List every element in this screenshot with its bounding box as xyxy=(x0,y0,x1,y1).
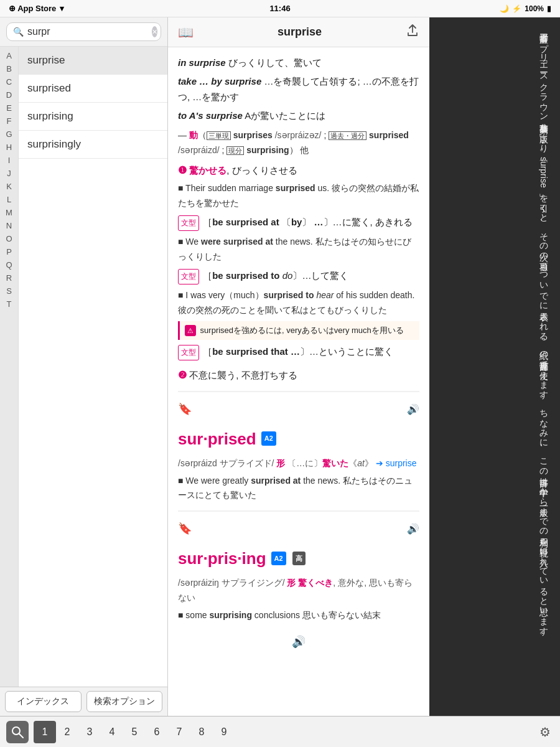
status-bar: ⊕ App Store ▾ 11:46 🌙 ⚡ 100% ▮ xyxy=(0,0,560,17)
audio-surprised[interactable]: 🔊 xyxy=(407,401,419,418)
divider-1 xyxy=(178,391,419,392)
verb-line: — 動（三単現 surprises /sərpráizəz/ ; 過去・過分 s… xyxy=(178,128,419,158)
status-time: 11:46 xyxy=(269,4,290,13)
tab-9[interactable]: 9 xyxy=(213,721,235,743)
surprised-pron-text: /sərpráizd サプライズド/ xyxy=(178,458,274,468)
tab-bar: 1 2 3 4 5 6 7 8 9 ⚙ xyxy=(0,716,560,747)
tab-4[interactable]: 4 xyxy=(101,721,123,743)
pattern-box-1: 文型 xyxy=(178,215,199,230)
wifi-icon: ▾ xyxy=(60,4,64,13)
phrase-to-as-surprise: to A's surprise Aが驚いたことには xyxy=(178,108,419,124)
tab-7[interactable]: 7 xyxy=(168,721,190,743)
book-icon[interactable]: 📖 xyxy=(178,25,194,40)
surprised-word: sur·prised xyxy=(178,425,256,453)
verb-form-1: surprises xyxy=(233,130,273,140)
tab-search-icon[interactable] xyxy=(6,721,29,743)
audio-icon-surprised[interactable]: 🔊 xyxy=(407,404,419,415)
alpha-item-r[interactable]: R xyxy=(0,271,18,284)
surprised-gloss: 驚いた xyxy=(322,458,348,468)
pattern-box-2: 文型 xyxy=(178,269,199,284)
alpha-item-k[interactable]: K xyxy=(0,180,18,193)
pos-verb: 動 xyxy=(189,130,198,140)
dict-content[interactable]: 📖 surprise in surprise びっくりして、驚いて take …… xyxy=(168,17,429,716)
surprised-link[interactable]: ➔ surprise xyxy=(376,458,417,468)
alpha-item-o[interactable]: O xyxy=(0,232,18,245)
share-icon[interactable] xyxy=(406,24,419,40)
alpha-item-d[interactable]: D xyxy=(0,88,18,101)
audio-icon-bottom[interactable]: 🔊 xyxy=(292,632,306,652)
tab-5[interactable]: 5 xyxy=(123,721,146,743)
phrase-meaning-3: Aが驚いたことには xyxy=(245,110,325,121)
audio-surprising[interactable]: 🔊 xyxy=(407,520,419,537)
tab-1[interactable]: 1 xyxy=(34,721,56,743)
search-clear-button[interactable]: ✕ xyxy=(152,26,157,37)
surprising-pronunciation: /sərpráiziŋ サプライジング/ 形 驚くべき, 意外な, 思いも寄らな… xyxy=(178,576,419,606)
search-bar-container: 🔍 ✕ xyxy=(0,17,167,47)
settings-icon[interactable]: ⚙ xyxy=(536,723,554,741)
word-item-surprise[interactable]: surprise xyxy=(19,47,167,75)
alpha-item-j[interactable]: J xyxy=(0,167,18,180)
warning-icon: ⚠ xyxy=(185,325,196,336)
phrase-take-by-surprise: take … by surprise …を奇襲して占領する; …の不意を打つ, … xyxy=(178,73,419,105)
alpha-item-i[interactable]: I xyxy=(0,154,18,167)
alpha-item-g[interactable]: G xyxy=(0,128,18,141)
def-num-1: ❶ xyxy=(178,165,187,176)
surprising-entry-header: sur·pris·ing A2 高 xyxy=(178,545,419,572)
alpha-item-a[interactable]: A xyxy=(0,49,18,62)
bottom-buttons: インデックス 検索オプション xyxy=(0,687,167,716)
alpha-item-b[interactable]: B xyxy=(0,62,18,75)
surprising-pron-text: /sərpráiziŋ サプライジング/ xyxy=(178,578,285,588)
def-2: ❷ 不意に襲う, 不意打ちする xyxy=(178,367,419,383)
surprising-pos: 形 xyxy=(287,578,296,588)
example-2: We were surprised at the news. 私たちはその知らせ… xyxy=(178,235,419,265)
tab-6[interactable]: 6 xyxy=(146,721,168,743)
word-item-surprising[interactable]: surprising xyxy=(19,103,167,131)
alpha-item-q[interactable]: Q xyxy=(0,258,18,271)
surprised-pronunciation: /sərpráizd サプライズド/ 形 〔…に〕驚いた《at》 ➔ surpr… xyxy=(178,456,419,471)
phrase-text-1: in surprise xyxy=(178,57,226,68)
phrase-meaning-1: びっくりして、驚いて xyxy=(228,57,322,68)
word-item-surprisingly[interactable]: surprisingly xyxy=(19,131,167,159)
phrase-in-surprise: in surprise びっくりして、驚いて xyxy=(178,55,419,71)
tab-8[interactable]: 8 xyxy=(190,721,213,743)
alpha-item-f[interactable]: F xyxy=(0,115,18,128)
audio-icon-surprising[interactable]: 🔊 xyxy=(407,524,419,534)
phrase-text-3: to A's surprise xyxy=(178,110,243,121)
svg-point-0 xyxy=(12,727,20,735)
right-panel: 📖 surprise in surprise びっくりして、驚いて take …… xyxy=(168,17,560,716)
surprising-level: A2 xyxy=(271,552,286,566)
alpha-item-n[interactable]: N xyxy=(0,219,18,232)
battery-label: 100% xyxy=(525,4,544,13)
alpha-item-t[interactable]: T xyxy=(0,298,18,311)
alpha-item-l[interactable]: L xyxy=(0,193,18,206)
alpha-item-h[interactable]: H xyxy=(0,141,18,154)
search-input-wrapper: 🔍 ✕ xyxy=(6,22,161,41)
alpha-item-p[interactable]: P xyxy=(0,245,18,258)
tab-2[interactable]: 2 xyxy=(56,721,78,743)
index-button[interactable]: インデックス xyxy=(5,691,82,712)
note-box-1: ⚠ surprisedを強めるには, veryあるいはvery muchを用いる xyxy=(178,321,419,340)
surprised-header-left: 🔖 xyxy=(178,400,192,419)
def-2-text: 不意に襲う, 不意打ちする xyxy=(189,370,297,380)
def-num-2: ❷ xyxy=(178,370,187,380)
left-panel: 🔍 ✕ A B C D E F G H I J K L M N xyxy=(0,17,168,716)
phrase-text-2: take … by surprise xyxy=(178,76,261,87)
surprised-entry-header: sur·prised A2 xyxy=(178,425,419,453)
bookmark-surprised[interactable]: 🔖 xyxy=(178,400,192,419)
bookmark-surprising[interactable]: 🔖 xyxy=(178,519,192,538)
search-options-button[interactable]: 検索オプション xyxy=(86,691,163,712)
surprising-example: some surprising conclusions 思いも寄らない結末 xyxy=(178,608,419,623)
search-input[interactable] xyxy=(27,26,152,37)
pattern-1: 文型 ［be surprised at 〔by〕 …〕…に驚く, あきれる xyxy=(178,214,419,232)
word-item-surprised[interactable]: surprised xyxy=(19,75,167,103)
surprised-level: A2 xyxy=(261,431,276,446)
def-1-text2: , びっくりさせる xyxy=(226,165,297,176)
tab-3[interactable]: 3 xyxy=(78,721,101,743)
alpha-item-e[interactable]: E xyxy=(0,101,18,115)
surprising-header-row: 🔖 🔊 xyxy=(178,519,419,538)
app-store-label: ⊕ App Store xyxy=(9,4,56,13)
word-list: surprise surprised surprising surprising… xyxy=(19,47,167,687)
alpha-item-m[interactable]: M xyxy=(0,206,18,219)
alpha-item-s[interactable]: S xyxy=(0,284,18,298)
alpha-item-c[interactable]: C xyxy=(0,75,18,88)
